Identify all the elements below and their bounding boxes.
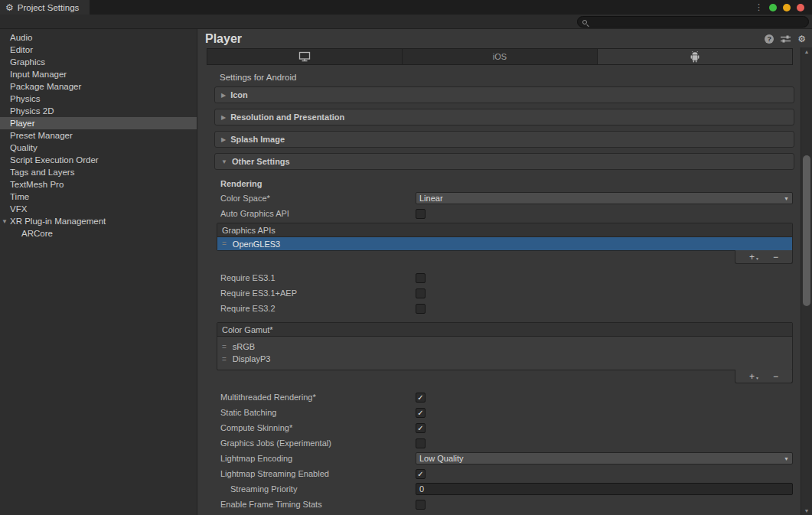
- scrollbar-thumb[interactable]: [803, 155, 810, 306]
- sidebar-item-vfx[interactable]: VFX: [0, 203, 197, 215]
- sidebar-item-preset-manager[interactable]: Preset Manager: [0, 129, 197, 142]
- scroll-down-icon[interactable]: ▼: [801, 508, 812, 513]
- section-other-settings[interactable]: ▼ Other Settings: [214, 153, 794, 170]
- add-button[interactable]: +▼: [749, 253, 759, 262]
- scroll-up-icon[interactable]: ▲: [801, 49, 812, 54]
- sidebar-item-graphics[interactable]: Graphics: [0, 56, 197, 68]
- page-title: Player: [205, 32, 242, 46]
- sidebar-item-script-execution-order[interactable]: Script Execution Order: [0, 154, 197, 166]
- require-es31-checkbox[interactable]: ✓: [416, 273, 426, 283]
- sidebar-item-label: Tags and Layers: [10, 168, 74, 177]
- add-button[interactable]: +▼: [749, 372, 759, 381]
- chevron-right-icon: ▶: [221, 136, 226, 143]
- field-label: Color Space*: [220, 194, 416, 203]
- panel-header: Player ? ⚙: [197, 29, 812, 47]
- window-tab-project-settings[interactable]: ⚙ Project Settings: [0, 0, 90, 15]
- drag-handle-icon[interactable]: =: [222, 240, 227, 248]
- remove-button[interactable]: −: [773, 253, 778, 262]
- sidebar-item-time[interactable]: Time: [0, 191, 197, 203]
- sidebar-item-label: Package Manager: [10, 82, 81, 91]
- drag-handle-icon[interactable]: =: [222, 343, 227, 351]
- require-es31aep-checkbox[interactable]: ✓: [416, 288, 426, 298]
- panel-header-icons: ? ⚙: [765, 34, 806, 44]
- presets-icon[interactable]: [781, 34, 791, 44]
- field-label: Lightmap Streaming Enabled: [220, 469, 416, 478]
- sidebar-item-xr-plugin-management[interactable]: ▼ XR Plug-in Management: [0, 215, 197, 227]
- chevron-right-icon: ▶: [221, 92, 226, 99]
- field-label: Lightmap Encoding: [220, 454, 416, 463]
- field-label: Static Batching: [220, 408, 416, 417]
- sidebar-item-textmesh-pro[interactable]: TextMesh Pro: [0, 178, 197, 191]
- row-streaming-priority: Streaming Priority: [197, 481, 793, 497]
- remove-button[interactable]: −: [773, 372, 778, 381]
- streaming-priority-input[interactable]: [416, 483, 793, 495]
- sidebar-item-tags-and-layers[interactable]: Tags and Layers: [0, 166, 197, 178]
- traffic-light-green[interactable]: [769, 4, 777, 11]
- chevron-down-icon[interactable]: ▼: [2, 218, 10, 225]
- field-label: Multithreaded Rendering*: [220, 393, 416, 402]
- kebab-menu-icon[interactable]: ⋮: [755, 3, 763, 11]
- section-resolution-and-presentation[interactable]: ▶ Resolution and Presentation: [214, 109, 794, 125]
- sidebar-item-player[interactable]: Player: [0, 117, 197, 129]
- chevron-right-icon: ▶: [221, 114, 226, 121]
- project-settings-window: ⚙ Project Settings ⋮ Audio Editor Graphi…: [0, 0, 812, 515]
- sidebar-item-physics[interactable]: Physics: [0, 93, 197, 105]
- list-item-displayp3[interactable]: = DisplayP3: [217, 353, 792, 365]
- auto-graphics-api-checkbox[interactable]: ✓: [416, 209, 426, 219]
- field-label: Require ES3.1: [220, 273, 416, 282]
- tab-ios[interactable]: iOS: [403, 49, 598, 64]
- row-multithreaded-rendering: Multithreaded Rendering* ✓: [197, 390, 793, 405]
- traffic-light-yellow[interactable]: [783, 4, 791, 11]
- row-frame-timing-stats: Enable Frame Timing Stats ✓: [197, 497, 793, 512]
- row-require-es31: Require ES3.1 ✓: [197, 270, 793, 285]
- gear-icon[interactable]: ⚙: [797, 34, 806, 44]
- lightmap-encoding-dropdown[interactable]: Low Quality ▼: [416, 452, 793, 464]
- color-space-dropdown[interactable]: Linear ▼: [416, 192, 793, 204]
- sidebar-item-package-manager[interactable]: Package Manager: [0, 80, 197, 93]
- section-icon[interactable]: ▶ Icon: [214, 86, 794, 103]
- sidebar-item-label: Preset Manager: [10, 131, 73, 140]
- list-item-srgb[interactable]: = sRGB: [217, 341, 792, 353]
- chevron-down-icon: ▼: [784, 456, 789, 461]
- sidebar-item-editor[interactable]: Editor: [0, 44, 197, 56]
- section-splash-image[interactable]: ▶ Splash Image: [214, 131, 794, 148]
- sidebar-item-label: Time: [10, 192, 29, 201]
- sidebar-item-physics-2d[interactable]: Physics 2D: [0, 105, 197, 117]
- sidebar-item-audio[interactable]: Audio: [0, 31, 197, 44]
- field-label: Graphics Jobs (Experimental): [220, 438, 416, 448]
- frame-timing-stats-checkbox[interactable]: ✓: [416, 500, 426, 510]
- list-item-opengles3[interactable]: = OpenGLES3: [217, 237, 792, 250]
- require-es32-checkbox[interactable]: ✓: [416, 304, 426, 314]
- listbox-title: Color Gamut*: [222, 325, 273, 334]
- field-label: Streaming Priority: [220, 484, 416, 494]
- help-icon[interactable]: ?: [765, 34, 774, 44]
- sidebar-item-label: Player: [10, 119, 35, 128]
- tab-android[interactable]: [598, 49, 792, 64]
- color-gamut-list: Color Gamut* = sRGB = DisplayP3: [217, 322, 793, 370]
- lightmap-streaming-checkbox[interactable]: ✓: [416, 469, 426, 479]
- sidebar-item-input-manager[interactable]: Input Manager: [0, 68, 197, 80]
- sidebar-item-label: Quality: [10, 143, 38, 152]
- field-label: Require ES3.1+AEP: [220, 288, 416, 298]
- search-input[interactable]: [577, 16, 809, 28]
- tab-standalone[interactable]: [207, 49, 403, 64]
- sidebar-item-arcore[interactable]: ARCore: [0, 227, 197, 240]
- graphics-jobs-checkbox[interactable]: ✓: [416, 438, 426, 448]
- drag-handle-icon[interactable]: =: [222, 355, 227, 363]
- section-title: Other Settings: [232, 157, 290, 166]
- vertical-scrollbar[interactable]: ▲ ▼: [801, 47, 812, 515]
- panel-body: iOS: [197, 47, 812, 515]
- plus-icon: +: [749, 372, 755, 381]
- sidebar-item-quality[interactable]: Quality: [0, 142, 197, 154]
- traffic-light-red[interactable]: [797, 4, 804, 11]
- section-title: Resolution and Presentation: [230, 112, 344, 122]
- list-item-label: OpenGLES3: [233, 240, 280, 249]
- sidebar-item-label: Audio: [10, 33, 32, 42]
- sidebar-item-label: Physics 2D: [10, 106, 54, 116]
- compute-skinning-checkbox[interactable]: ✓: [416, 423, 426, 433]
- chevron-down-icon: ▼: [221, 158, 227, 165]
- multithreaded-rendering-checkbox[interactable]: ✓: [416, 393, 426, 403]
- static-batching-checkbox[interactable]: ✓: [416, 408, 426, 418]
- list-item-label: DisplayP3: [233, 354, 271, 363]
- content: Audio Editor Graphics Input Manager Pack…: [0, 29, 812, 515]
